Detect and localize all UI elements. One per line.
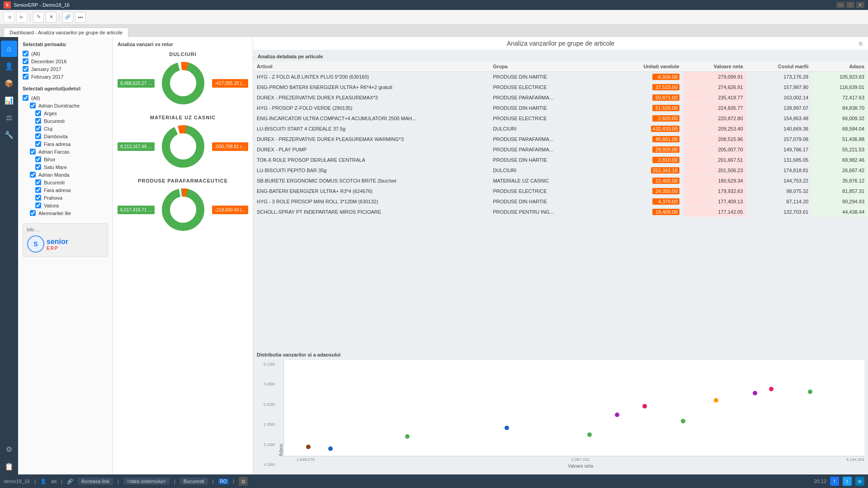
share-icon[interactable]: ⎋	[859, 40, 863, 47]
cell-valoare: 220,872.80	[683, 113, 747, 124]
agent-alemnariti-checkbox[interactable]	[30, 210, 36, 216]
titlebar-title: SeniorERP - Demo18_16	[14, 2, 836, 8]
edit-button[interactable]: ✎	[33, 12, 44, 23]
agent-adrianf-checkbox[interactable]	[30, 149, 36, 155]
table-row: SB-BURETE ERGONOMIC DOMUS SCOTCH BRITE 2…	[253, 176, 868, 186]
cell-adaos: 51,436.88	[812, 134, 868, 145]
nav-list[interactable]: 📋	[1, 458, 17, 474]
close-button[interactable]: ✕	[856, 2, 864, 8]
donut-dulciuri-row: 8,468,625.27 ... -427,085.20 (...	[118, 61, 248, 106]
nav-scale[interactable]: ⚖	[1, 109, 17, 126]
agent-bucuresti2: Bucuresti	[35, 179, 108, 185]
agent-arges-checkbox[interactable]	[35, 110, 41, 116]
nav-home[interactable]: ⌂	[1, 41, 17, 57]
agent-fara-adresa1-checkbox[interactable]	[35, 141, 41, 147]
donut-dulciuri-label: DULCIURI	[118, 52, 248, 57]
statusbar-date-btn[interactable]: <data sistemului>	[123, 478, 170, 485]
cell-grupa: PRODUSE ELECTRICE	[489, 82, 608, 93]
period-all: (All)	[23, 51, 108, 56]
scatter-dot	[405, 434, 410, 439]
cell-articol: SB-BURETE ERGONOMIC DOMUS SCOTCH BRITE 2…	[253, 176, 489, 186]
table-row: HYG - 3 ROLE PROSOP MINI ROLL 3*120M (63…	[253, 197, 868, 207]
statusbar-sep5: |	[212, 479, 214, 484]
agent-bucuresti2-checkbox[interactable]	[35, 179, 41, 185]
period-all-checkbox[interactable]	[23, 51, 28, 56]
cell-articol: DUREX - PREZERVATIVE DUREX PLEASUREMAX W…	[253, 134, 489, 145]
statusbar-sep2: |	[61, 479, 62, 484]
nav-tool[interactable]: 🔧	[1, 127, 17, 143]
col-articol: Articol	[253, 61, 489, 72]
agent-adrianm-label: Adrian Manda	[38, 172, 70, 178]
forward-button[interactable]: ▶	[16, 12, 27, 23]
agent-prahova-checkbox[interactable]	[35, 195, 41, 201]
nav-box[interactable]: 📦	[1, 75, 17, 91]
scatter-dot	[642, 404, 647, 408]
table-header-row: Articol Grupa Unitati vandute Valoare ne…	[253, 61, 868, 72]
agent-dambovita-checkbox[interactable]	[35, 133, 41, 139]
filter-panel: Selectati perioada: (All) December 2016 …	[18, 37, 113, 474]
table-row: TOK-6 ROLE PROSOP DERULARE CENTRALA PROD…	[253, 155, 868, 165]
agent-bucuresti-checkbox[interactable]	[35, 118, 41, 124]
cell-adaos: 44,438.44	[812, 207, 868, 217]
delete-button[interactable]: ✕	[46, 12, 57, 23]
logo-area: S senior ERP	[27, 235, 104, 253]
agent-adrianm: Adrian Manda	[30, 172, 108, 178]
period-jan2017-checkbox[interactable]	[23, 66, 28, 72]
charts-panel: Analiza vanzari vs retur DULCIURI 8,468,…	[113, 37, 253, 474]
maximize-button[interactable]: □	[846, 2, 854, 8]
more-button[interactable]: •••	[75, 12, 86, 23]
period-dec2016-checkbox[interactable]	[23, 58, 28, 64]
scatter-area: 4.19M 2.10M 1.05M 0.52M 0.26M 0.13M Adao…	[257, 360, 864, 469]
back-button[interactable]: ◀	[4, 12, 14, 23]
cell-cost: 144,753.22	[746, 176, 812, 186]
donut-materiale-value-left: 8,213,167.49 ...	[118, 142, 155, 151]
y-tick-3: 0.52M	[257, 402, 275, 407]
cell-adaos: 66,009.32	[812, 113, 868, 124]
x-ticks: 1,048,576 2,097,152 4,194,304	[297, 456, 864, 463]
minimize-button[interactable]: —	[836, 2, 844, 8]
agent-fara-adresa2: Fara adresa	[35, 187, 108, 193]
cell-unitati: 432,433.00	[608, 124, 683, 134]
statusbar-li-icon[interactable]: in	[855, 477, 864, 486]
scatter-col: Adaos 1,048,576 2,097,152 4,194,304 Valo…	[277, 360, 864, 469]
cell-cost: 87,114.20	[746, 197, 812, 207]
agent-fara-adresa2-checkbox[interactable]	[35, 187, 41, 193]
col-grupa: Grupa	[489, 61, 608, 72]
statusbar-location-btn[interactable]: Bucuresti	[180, 478, 208, 485]
cell-cost: 132,703.61	[746, 207, 812, 217]
cell-grupa: MATERIALE UZ CASNIC	[489, 176, 608, 186]
col-unitati: Unitati vandute	[608, 61, 683, 72]
agent-adrianm-checkbox[interactable]	[30, 172, 36, 178]
svg-point-10	[171, 197, 195, 222]
link-button[interactable]: 🔗	[62, 12, 73, 23]
cell-articol: SCHOLL-SPRAY PT INDEPARTARE MIROS PICIOA…	[253, 207, 489, 217]
agent-adrianf: Adrian Farcas	[30, 149, 108, 155]
agent-cluj-checkbox[interactable]	[35, 126, 41, 131]
agent-bihor-checkbox[interactable]	[35, 156, 41, 162]
nav-settings[interactable]: ⚙	[1, 441, 17, 457]
agent-all-checkbox[interactable]	[23, 95, 28, 101]
statusbar-link-btn[interactable]: Acceasa link	[78, 478, 113, 485]
statusbar-lang[interactable]: RO	[218, 479, 229, 484]
statusbar-screen-icon[interactable]: ⊡	[239, 477, 248, 486]
period-feb2017-checkbox[interactable]	[23, 74, 28, 80]
period-dec2016: December 2016	[23, 58, 108, 64]
nav-user[interactable]: 👤	[1, 58, 17, 74]
statusbar-user: demo18_16	[4, 479, 30, 484]
table-row: ENG-INCARCATOR ULTRA COMPACT+4 ACUMULATO…	[253, 113, 868, 124]
cell-articol: ENG-INCARCATOR ULTRA COMPACT+4 ACUMULATO…	[253, 113, 489, 124]
col-adaos: Adaos	[812, 61, 868, 72]
cell-unitati: 4,379.00	[608, 197, 683, 207]
agent-valcea-checkbox[interactable]	[35, 202, 41, 208]
agent-fara-adresa2-label: Fara adresa	[44, 188, 71, 193]
table-row: ENG-PROMO BATERII ENERGIZER ULTRA+ R6*4+…	[253, 82, 868, 93]
cell-grupa: PRODUSE PARAFARMA...	[489, 93, 608, 103]
statusbar-fb-icon[interactable]: f	[830, 477, 839, 486]
agent-adriand-checkbox[interactable]	[30, 103, 36, 108]
agent-satumare-checkbox[interactable]	[35, 164, 41, 170]
right-main: Analiza vanzarilor pe grupe de articole …	[253, 37, 868, 474]
statusbar-tw-icon[interactable]: t	[843, 477, 852, 486]
nav-chart[interactable]: 📊	[1, 92, 17, 108]
col-cost: Costul marfii	[746, 61, 812, 72]
main-tab[interactable]: Dashboard - Analiza vanzarilor pe grupe …	[4, 28, 128, 37]
